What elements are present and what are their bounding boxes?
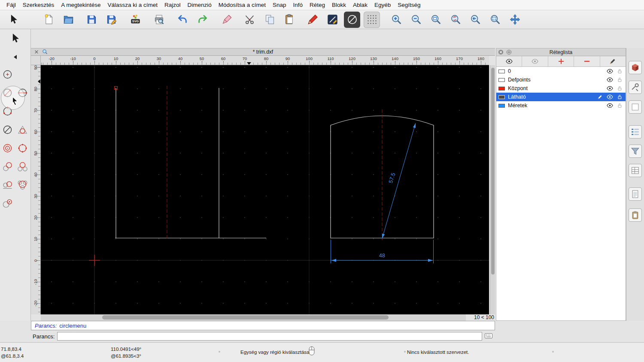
circle-inscribed-button[interactable]	[15, 123, 30, 137]
save-button[interactable]	[83, 12, 100, 28]
document-tab-title: * trim.dxf	[31, 49, 495, 55]
menu-item-0[interactable]: Fájl	[3, 0, 19, 10]
filter-panel-button[interactable]	[629, 145, 642, 158]
svg-export-button[interactable]: SVG	[127, 12, 143, 28]
menu-item-9[interactable]: Réteg	[306, 0, 328, 10]
layer-visibility-icon[interactable]	[607, 103, 614, 109]
command-log-panel-button[interactable]	[629, 187, 642, 201]
cut-button[interactable]	[242, 12, 258, 28]
svg-text:SVG: SVG	[132, 19, 139, 23]
ruler-v-label-0: 0	[33, 255, 38, 267]
new-file-button[interactable]	[40, 12, 57, 28]
layer-color-swatch	[498, 69, 505, 73]
paste-button[interactable]	[281, 12, 298, 28]
layer-lock-icon[interactable]	[617, 77, 623, 83]
open-file-button[interactable]	[60, 12, 76, 28]
keyboard-toggle-button[interactable]	[485, 333, 493, 340]
document-tab-bar: * trim.dxf	[31, 48, 495, 56]
layer-row-Központ[interactable]: Központ	[496, 84, 626, 93]
layer-row-Defpoints[interactable]: Defpoints	[496, 75, 626, 84]
menu-item-13[interactable]: Segítség	[394, 0, 424, 10]
palette-collapse-button[interactable]	[0, 54, 30, 60]
circle-center-point-button[interactable]	[0, 67, 15, 81]
copy-button[interactable]	[261, 12, 278, 28]
layer-visibility-icon[interactable]	[607, 68, 614, 74]
menu-item-7[interactable]: Snap	[269, 0, 290, 10]
horizontal-scrollbar-thumb[interactable]	[102, 315, 389, 320]
vertical-scrollbar[interactable]	[490, 65, 495, 314]
layer-lock-icon[interactable]	[617, 94, 623, 100]
layer-edit-pen-icon[interactable]	[597, 94, 604, 100]
draw-pen-button[interactable]	[304, 12, 321, 28]
zoom-in-button[interactable]	[388, 12, 404, 28]
relative-polar: @61.8935<3°	[111, 353, 141, 359]
library-browser-button[interactable]	[629, 61, 642, 74]
layer-visibility-icon[interactable]	[607, 94, 614, 100]
menu-item-1[interactable]: Szerkesztés	[19, 0, 58, 10]
zoom-window-button[interactable]	[487, 12, 503, 28]
zoom-pan-button[interactable]	[507, 12, 523, 28]
layer-name: 0	[508, 68, 511, 74]
hide-all-layers-button[interactable]	[522, 56, 548, 66]
circle-diameter-line-button[interactable]	[0, 123, 15, 137]
circle-by-points-button[interactable]	[15, 141, 30, 155]
circle-tangent-3-circles-button[interactable]	[15, 178, 30, 192]
layer-row-0[interactable]: 0	[496, 67, 626, 75]
zoom-redraw-button[interactable]	[447, 12, 464, 28]
layer-list-panel-button[interactable]	[629, 125, 642, 139]
circle-tangent-2-points-button[interactable]	[0, 160, 15, 174]
zoom-previous-button[interactable]	[467, 12, 483, 28]
zoom-out-button[interactable]	[408, 12, 424, 28]
show-all-layers-button[interactable]	[496, 56, 522, 66]
zoom-auto-button[interactable]	[428, 12, 444, 28]
circle-tangent-point-circle-button[interactable]	[0, 196, 15, 211]
circle-concentric-button[interactable]	[0, 141, 15, 155]
redo-button[interactable]	[194, 12, 210, 28]
menu-item-10[interactable]: Blokk	[328, 0, 349, 10]
horizontal-scrollbar[interactable]	[41, 314, 466, 321]
circle-tool-button[interactable]	[344, 12, 360, 28]
ruler-h-label--20: -20	[46, 56, 58, 61]
blank-panel-button[interactable]	[629, 100, 642, 114]
left-shape[interactable]	[115, 88, 266, 238]
layer-visibility-icon[interactable]	[607, 85, 614, 91]
ruler-h-label-20: 20	[131, 56, 143, 61]
menu-item-8[interactable]: Infó	[290, 0, 307, 10]
menu-item-5[interactable]: Dimenzió	[184, 0, 215, 10]
layer-lock-icon[interactable]	[617, 68, 623, 74]
left-tool-palette	[0, 29, 31, 321]
layer-row-Méretek[interactable]: Méretek	[496, 101, 626, 110]
menu-item-4[interactable]: Rajzol	[161, 0, 184, 10]
attributes-button[interactable]	[324, 12, 340, 28]
vertical-scrollbar-thumb[interactable]	[491, 68, 495, 275]
menu-item-6[interactable]: Módosítsa a címet	[215, 0, 269, 10]
menu-item-2[interactable]: A megtekintése	[58, 0, 104, 10]
select-button[interactable]	[5, 12, 21, 28]
layer-row-Látható[interactable]: Látható	[496, 93, 626, 101]
menu-item-11[interactable]: Ablak	[349, 0, 371, 10]
select-tool-button[interactable]	[7, 30, 23, 46]
save-as-button[interactable]	[103, 12, 119, 28]
undo-button[interactable]	[174, 12, 191, 28]
menu-item-12[interactable]: Egyéb	[371, 0, 394, 10]
menu-item-3[interactable]: Válassza ki a címet	[104, 0, 161, 10]
ruler-vertical: 9080706050403020100-10-20	[31, 65, 41, 314]
layer-visibility-icon[interactable]	[607, 77, 614, 83]
layer-color-swatch	[498, 104, 505, 108]
delete-entity-button[interactable]	[219, 12, 235, 28]
layer-lock-icon[interactable]	[617, 103, 623, 109]
clipboard-panel-button[interactable]	[629, 208, 642, 222]
layer-lock-icon[interactable]	[617, 85, 623, 91]
edit-layer-button[interactable]	[600, 56, 626, 66]
tool-options-button[interactable]	[629, 81, 642, 94]
command-input[interactable]	[57, 332, 482, 341]
layer-color-swatch	[498, 95, 505, 99]
snap-grid-button[interactable]	[364, 12, 380, 28]
add-layer-button[interactable]	[548, 56, 574, 66]
circle-tangent-circle-line-button[interactable]	[0, 178, 15, 192]
block-list-panel-button[interactable]	[629, 164, 642, 177]
drawing-canvas[interactable]: 57.5 48	[41, 65, 489, 314]
circle-tangent-2-circles-button[interactable]	[15, 160, 30, 174]
print-preview-button[interactable]	[151, 12, 167, 28]
remove-layer-button[interactable]	[574, 56, 600, 66]
